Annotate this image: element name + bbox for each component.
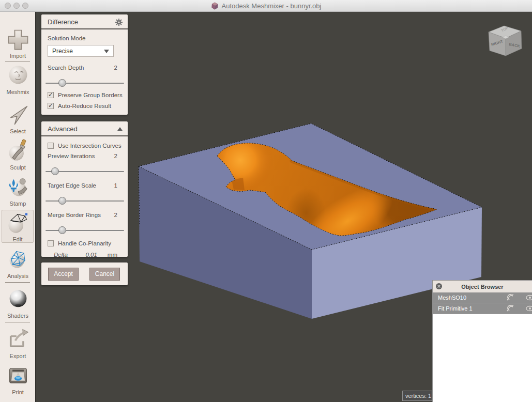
- handle-coplanarity-row: Handle Co-Planarity: [48, 240, 128, 246]
- toolbar-separator: [5, 282, 30, 283]
- toolbar-item-stamp[interactable]: Stamp: [0, 175, 36, 207]
- search-depth-label: Search Depth: [48, 65, 84, 71]
- object-browser-header[interactable]: Object Browser: [433, 281, 532, 292]
- accept-button[interactable]: Accept: [48, 268, 79, 281]
- slider-track: [45, 83, 124, 84]
- window-title: Autodesk Meshmixer - bunnyr.obj: [222, 2, 322, 10]
- delta-label: Delta: [54, 252, 85, 258]
- toolbar-item-analysis[interactable]: Analysis: [0, 247, 36, 279]
- handle-coplanarity-checkbox[interactable]: [48, 240, 54, 246]
- analysis-icon: [7, 247, 29, 272]
- object-browser-title: Object Browser: [461, 284, 503, 290]
- toolbar-label-select: Select: [0, 128, 36, 134]
- export-icon: [7, 327, 29, 352]
- object-name: MeshSO10: [438, 295, 466, 301]
- object-name: Fit Primitive 1: [438, 305, 473, 312]
- slider-track: [45, 230, 124, 231]
- toolbar-item-meshmix[interactable]: Meshmix: [0, 63, 36, 95]
- toolbar-separator: [5, 61, 30, 61]
- chevron-down-icon: [104, 50, 109, 53]
- toolbar-label-export: Export: [0, 353, 36, 359]
- advanced-panel-title: Advanced: [48, 125, 78, 133]
- visibility-eye-icon[interactable]: [526, 305, 532, 312]
- visibility-eye-icon[interactable]: [526, 295, 532, 301]
- import-icon: [7, 27, 29, 52]
- solution-mode-label: Solution Mode: [48, 35, 86, 41]
- print-icon: [7, 363, 29, 388]
- handle-coplanarity-label: Handle Co-Planarity: [58, 240, 111, 246]
- target-edge-scale-slider[interactable]: [45, 197, 124, 205]
- delta-value[interactable]: 0.01: [85, 252, 97, 258]
- toolbar-label-import: Import: [0, 53, 36, 59]
- pin-icon[interactable]: [507, 305, 514, 312]
- target-edge-scale-value: 1: [114, 182, 117, 189]
- vertices-status-badge: vertices: 1: [402, 391, 432, 401]
- pin-icon[interactable]: [507, 294, 514, 301]
- merge-border-rings-slider[interactable]: [45, 226, 124, 235]
- object-row-fit-primitive-1[interactable]: Fit Primitive 1: [433, 303, 532, 314]
- preview-iterations-value: 2: [114, 153, 117, 159]
- toolbar-item-shaders[interactable]: Shaders: [0, 287, 36, 319]
- edit-icon: [6, 210, 29, 235]
- advanced-panel: Advanced Use Intersection Curves Preview…: [41, 121, 128, 257]
- target-edge-scale-slider-handle[interactable]: [58, 197, 66, 205]
- search-depth-slider-handle[interactable]: [58, 79, 66, 87]
- toolbar-label-print: Print: [0, 389, 36, 395]
- gear-icon[interactable]: [115, 19, 123, 26]
- slider-track: [45, 200, 124, 202]
- meshmixer-window: { "window": { "title": "Autodesk Meshmix…: [0, 0, 532, 402]
- merge-border-rings-label: Merge Border Rings: [48, 212, 101, 218]
- object-row-meshso10[interactable]: MeshSO10: [433, 292, 532, 303]
- preview-iterations-slider-handle[interactable]: [51, 167, 59, 175]
- toolbar-separator: [5, 322, 30, 322]
- object-browser-panel: Object Browser MeshSO10 Fit Primitive 1: [432, 280, 532, 402]
- difference-panel-title: Difference: [48, 18, 78, 26]
- meshmix-icon: [7, 63, 29, 88]
- stamp-icon: [7, 175, 29, 199]
- solution-mode-value: Precise: [52, 48, 73, 55]
- use-intersection-curves-row: Use Intersection Curves: [48, 143, 128, 149]
- search-depth-value: 2: [114, 65, 117, 71]
- auto-reduce-result-checkbox[interactable]: [48, 103, 54, 109]
- shaders-icon: [7, 287, 29, 312]
- auto-reduce-result-row: Auto-Reduce Result: [48, 103, 128, 109]
- toolbar-item-select[interactable]: Select: [0, 102, 36, 134]
- toolbar-label-analysis: Analysis: [0, 273, 36, 279]
- main-toolbar: Import Meshmix Select Sculpt: [0, 11, 36, 402]
- auto-reduce-result-label: Auto-Reduce Result: [58, 103, 111, 109]
- collapse-icon[interactable]: [117, 127, 123, 131]
- app-icon: [211, 2, 219, 10]
- toolbar-item-print[interactable]: Print: [0, 363, 36, 395]
- difference-panel: Difference Solution Mode Precise Search …: [41, 14, 128, 115]
- use-intersection-curves-label: Use Intersection Curves: [58, 143, 121, 149]
- toolbar-label-edit: Edit: [2, 236, 33, 242]
- delta-unit: mm: [108, 252, 117, 258]
- toolbar-item-export[interactable]: Export: [0, 327, 36, 359]
- preserve-group-borders-row: Preserve Group Borders: [48, 92, 128, 98]
- sculpt-icon: [7, 138, 29, 163]
- target-edge-scale-label: Target Edge Scale: [48, 182, 96, 189]
- merge-border-rings-value: 2: [114, 212, 117, 218]
- preserve-group-borders-label: Preserve Group Borders: [58, 92, 123, 98]
- close-icon[interactable]: [435, 283, 443, 290]
- toolbar-label-meshmix: Meshmix: [0, 89, 36, 95]
- preview-iterations-slider[interactable]: [45, 167, 124, 176]
- preview-iterations-label: Preview Iterations: [48, 153, 95, 159]
- search-depth-slider[interactable]: [45, 79, 124, 87]
- cancel-button[interactable]: Cancel: [89, 268, 120, 281]
- solution-mode-dropdown[interactable]: Precise: [48, 45, 114, 57]
- title-bar: Autodesk Meshmixer - bunnyr.obj: [0, 0, 532, 12]
- toolbar-label-sculpt: Sculpt: [0, 164, 36, 171]
- toolbar-label-stamp: Stamp: [0, 200, 36, 207]
- toolbar-item-import[interactable]: Import: [0, 27, 36, 59]
- view-cube[interactable]: TOP RIGHT BACK: [484, 22, 528, 61]
- delta-row: Delta 0.01 mm: [41, 252, 128, 258]
- preserve-group-borders-checkbox[interactable]: [48, 92, 54, 98]
- toolbar-item-edit[interactable]: Edit: [2, 210, 34, 243]
- toolbar-label-shaders: Shaders: [0, 313, 36, 319]
- use-intersection-curves-checkbox[interactable]: [48, 143, 54, 149]
- merge-border-rings-slider-handle[interactable]: [58, 226, 66, 234]
- toolbar-item-sculpt[interactable]: Sculpt: [0, 138, 36, 171]
- actions-panel: Accept Cancel: [41, 262, 128, 285]
- select-icon: [7, 102, 29, 127]
